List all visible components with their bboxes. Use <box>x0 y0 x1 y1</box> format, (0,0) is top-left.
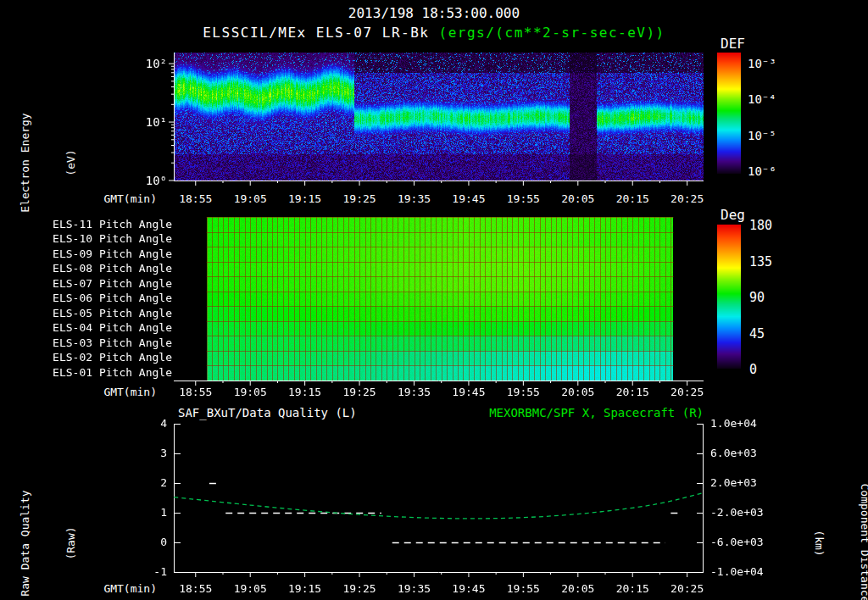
time-tick-label: 19:45 <box>443 582 494 595</box>
time-tick-label: 19:55 <box>498 386 548 398</box>
def-colorbar-tick-label: 10⁻⁴ <box>748 92 776 106</box>
gmt-label-spectrogram: GMT(min) <box>103 192 157 205</box>
deg-colorbar-tick-label: 90 <box>749 290 765 305</box>
time-tick-label: 19:15 <box>280 582 331 595</box>
def-colorbar-tick-label: 10⁻⁶ <box>748 164 776 178</box>
energy-tick-label: 10² <box>108 57 167 70</box>
time-tick-label: 20:25 <box>662 582 713 595</box>
time-tick-label: 19:45 <box>443 386 494 398</box>
time-tick-label: 19:05 <box>225 386 275 398</box>
quality-distance-plot <box>165 422 712 584</box>
def-colorbar-title: DEF <box>721 36 745 52</box>
pitch-row-label: ELS-04 Pitch Angle <box>28 321 172 334</box>
time-tick-label: 20:15 <box>607 386 658 398</box>
time-tick-label: 19:15 <box>280 386 331 398</box>
time-tick-label: 19:15 <box>280 192 331 205</box>
timestamp-title: 2013/198 18:53:00.000 <box>0 5 868 21</box>
time-tick-label: 18:55 <box>170 386 221 398</box>
distance-tick-label: -2.0e+03 <box>710 506 764 519</box>
time-tick-label: 19:05 <box>225 192 275 205</box>
units-label: (ergs/(cm**2-sr-sec-eV)) <box>439 25 665 41</box>
time-tick-label: 20:25 <box>662 386 713 398</box>
time-tick-label: 18:55 <box>170 582 221 595</box>
time-tick-label: 19:55 <box>498 582 548 595</box>
quality-tick-label: 1 <box>133 506 167 519</box>
pitch-row-label: ELS-08 Pitch Angle <box>28 262 172 275</box>
time-tick-label: 20:15 <box>607 192 658 205</box>
gmt-label-pitch: GMT(min) <box>103 386 157 398</box>
time-tick-label: 20:05 <box>553 386 604 398</box>
energy-tick-label: 10¹ <box>108 115 167 129</box>
time-tick-label: 18:55 <box>170 192 221 205</box>
pitch-angle-heatmap <box>165 215 712 392</box>
quality-tick-label: 4 <box>133 417 167 430</box>
time-tick-label: 20:05 <box>553 582 604 595</box>
pitch-row-label: ELS-07 Pitch Angle <box>28 277 172 290</box>
distance-axis-label: Component Distance (km) <box>781 433 868 600</box>
distance-tick-label: 2.0e+03 <box>710 476 757 489</box>
distance-tick-label: -1.0e+04 <box>710 565 764 578</box>
time-tick-label: 20:25 <box>662 192 713 205</box>
distance-axis-label-line2: (km) <box>811 433 826 600</box>
deg-colorbar-tick-label: 180 <box>749 218 772 233</box>
distance-tick-label: -6.0e+03 <box>710 536 764 548</box>
electron-energy-spectrogram <box>165 51 712 192</box>
distance-tick-label: 6.0e+03 <box>710 447 757 459</box>
pitch-row-label: ELS-11 Pitch Angle <box>28 218 172 231</box>
deg-colorbar-title: Deg <box>721 207 745 223</box>
time-tick-label: 19:35 <box>389 386 440 398</box>
time-tick-label: 19:35 <box>389 192 440 205</box>
time-tick-label: 20:15 <box>607 582 658 595</box>
time-tick-label: 19:25 <box>334 582 385 595</box>
quality-plot-title: SAF_BXuT/Data Quality (L) <box>178 406 357 419</box>
pitch-row-label: ELS-03 Pitch Angle <box>28 336 172 349</box>
quality-axis-label: Raw Data Quality (Raw) <box>0 433 109 600</box>
instrument-label: ELSSCIL/MEx ELS-07 LR-Bk <box>203 25 438 41</box>
energy-tick-label: 10⁰ <box>108 174 167 187</box>
time-tick-label: 20:05 <box>553 192 604 205</box>
time-tick-label: 19:55 <box>498 192 548 205</box>
quality-axis-label-line2: (Raw) <box>64 433 79 600</box>
deg-colorbar-tick-label: 0 <box>749 362 757 377</box>
deg-colorbar-tick-label: 135 <box>749 254 772 269</box>
distance-axis-label-line1: Component Distance <box>857 433 868 600</box>
def-colorbar <box>717 53 741 174</box>
distance-tick-label: 1.0e+04 <box>710 417 757 430</box>
pitch-row-label: ELS-09 Pitch Angle <box>28 247 172 260</box>
quality-tick-label: 0 <box>133 536 167 548</box>
quality-axis-label-line1: Raw Data Quality <box>18 433 33 600</box>
def-colorbar-tick-label: 10⁻⁵ <box>748 129 776 142</box>
science-plot-page: 2013/198 18:53:00.000 ELSSCIL/MEx ELS-07… <box>0 0 868 600</box>
pitch-row-label: ELS-01 Pitch Angle <box>28 366 172 379</box>
time-tick-label: 19:35 <box>389 582 440 595</box>
quality-tick-label: -1 <box>133 565 167 578</box>
quality-tick-label: 2 <box>133 476 167 489</box>
time-tick-label: 19:25 <box>334 386 385 398</box>
time-tick-label: 19:25 <box>334 192 385 205</box>
pitch-row-label: ELS-05 Pitch Angle <box>28 307 172 319</box>
distance-plot-title: MEXORBMC/SPF X, Spacecraft (R) <box>489 406 704 419</box>
pitch-row-label: ELS-02 Pitch Angle <box>28 351 172 364</box>
time-tick-label: 19:45 <box>443 192 494 205</box>
gmt-label-quality: GMT(min) <box>103 582 157 595</box>
pitch-row-label: ELS-10 Pitch Angle <box>28 232 172 245</box>
quality-tick-label: 3 <box>133 447 167 459</box>
pitch-row-label: ELS-06 Pitch Angle <box>28 292 172 304</box>
deg-colorbar <box>717 225 741 369</box>
def-colorbar-tick-label: 10⁻³ <box>748 57 776 70</box>
deg-colorbar-tick-label: 45 <box>749 326 765 342</box>
time-tick-label: 19:05 <box>225 582 275 595</box>
